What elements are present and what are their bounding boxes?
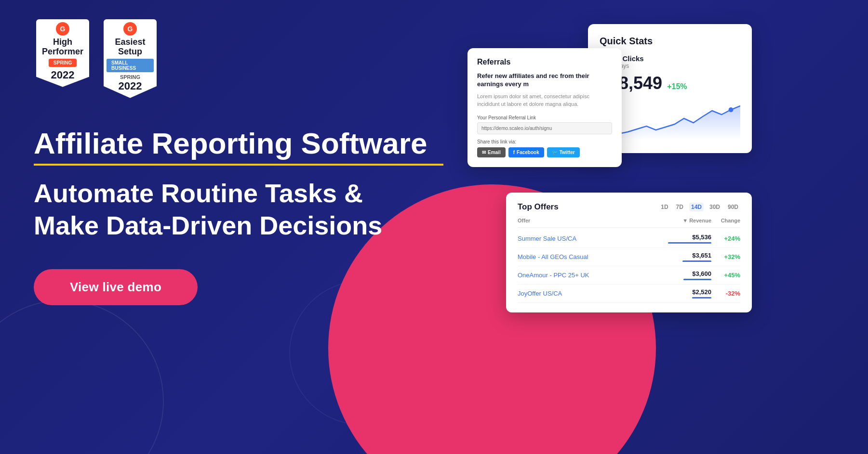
badge-tag-small-business: Small Business <box>107 59 154 72</box>
change-value: +32% <box>711 253 740 260</box>
badge-year-1: 2022 <box>51 69 75 81</box>
badge-title-2: EasiestSetup <box>115 38 145 57</box>
email-icon: ✉ <box>482 150 486 155</box>
share-email-button[interactable]: ✉ Email <box>477 147 506 157</box>
share-email-label: Email <box>488 150 501 155</box>
easiest-setup-badge: G EasiestSetup Small Business SPRING 202… <box>101 19 159 98</box>
referral-link-box: https://demo.scaleo.io/auth/signu <box>477 122 612 134</box>
tab-14d[interactable]: 14D <box>689 203 704 211</box>
offer-name: Summer Sale US/CA <box>518 235 654 242</box>
col-revenue-label: ▼ Revenue <box>654 218 711 223</box>
top-offers-tabs: 1D 7D 14D 30D 90D <box>659 203 740 211</box>
offer-name: Mobile - All GEOs Casual <box>518 253 654 260</box>
table-row: Mobile - All GEOs Casual $3,651 +32% <box>518 248 740 266</box>
change-value: +45% <box>711 272 740 279</box>
badge-year-2: 2022 <box>119 80 142 92</box>
referral-link-label: Your Personal Referral Link <box>477 115 612 120</box>
subheadline: Automate Routine Tasks & Make Data-Drive… <box>34 177 434 242</box>
table-row: OneAmour - PPC 25+ UK $3,600 +45% <box>518 266 740 285</box>
col-change-label: Change <box>711 218 740 223</box>
revenue-value: $2,520 <box>692 288 711 296</box>
subheadline-line2: Make Data-Driven Decisions <box>34 211 382 240</box>
top-offers-title: Top Offers <box>518 202 559 212</box>
badge-tag-spring-1: SPRING <box>49 59 77 67</box>
share-facebook-label: Facebook <box>517 150 539 155</box>
right-section: Referrals Refer new affiliates and rec f… <box>463 0 868 454</box>
referrals-card-title: Referrals <box>477 58 612 66</box>
g2-logo-2: G <box>123 22 137 36</box>
revenue-value: $5,536 <box>692 233 711 241</box>
offer-name: JoyOffer US/CA <box>518 290 654 297</box>
twitter-icon: 🐦 <box>552 150 558 155</box>
table-row: Summer Sale US/CA $5,536 +24% <box>518 230 740 248</box>
col-offer-label: Offer <box>518 218 654 223</box>
cta-button[interactable]: View live demo <box>34 269 198 305</box>
qs-change: +15% <box>667 82 687 91</box>
referrals-card-subtitle: Refer new affiliates and rec from their … <box>477 72 612 89</box>
table-row: JoyOffer US/CA $2,520 -32% <box>518 285 740 303</box>
change-value: -32% <box>711 290 740 297</box>
left-section: G HighPerformer SPRING 2022 G EasiestSet… <box>0 0 463 334</box>
revenue-bar <box>692 297 711 298</box>
content-wrapper: G HighPerformer SPRING 2022 G EasiestSet… <box>0 0 868 454</box>
tab-1d[interactable]: 1D <box>659 203 670 211</box>
revenue-wrapper: $3,600 <box>654 270 711 280</box>
share-buttons: ✉ Email f Facebook 🐦 Twitter <box>477 147 612 157</box>
offer-name: OneAmour - PPC 25+ UK <box>518 272 654 279</box>
badge-title-1: HighPerformer <box>42 38 83 57</box>
revenue-bar <box>668 242 711 244</box>
share-label: Share this link via: <box>477 139 612 144</box>
revenue-bar <box>683 279 711 280</box>
revenue-bar <box>682 260 711 262</box>
badge-shape-2: G EasiestSetup Small Business SPRING 202… <box>104 19 157 98</box>
share-twitter-button[interactable]: 🐦 Twitter <box>547 147 580 157</box>
referrals-card-body: Lorem ipsum dolor sit amet, consectetur … <box>477 92 612 108</box>
share-twitter-label: Twitter <box>560 150 575 155</box>
facebook-icon: f <box>513 150 515 155</box>
subheadline-line1: Automate Routine Tasks & <box>34 179 363 208</box>
change-value: +24% <box>711 235 740 242</box>
revenue-value: $3,651 <box>692 252 711 259</box>
tab-90d[interactable]: 90D <box>726 203 740 211</box>
revenue-value: $3,600 <box>692 270 711 277</box>
main-headline: Affiliate Reporting Software <box>34 127 434 160</box>
headline-underline <box>34 164 443 166</box>
high-performer-badge: G HighPerformer SPRING 2022 <box>34 19 92 87</box>
badge-shape-1: G HighPerformer SPRING 2022 <box>36 19 89 87</box>
tab-30d[interactable]: 30D <box>708 203 722 211</box>
revenue-wrapper: $2,520 <box>654 288 711 298</box>
referrals-card: Referrals Refer new affiliates and rec f… <box>467 48 622 167</box>
revenue-wrapper: $3,651 <box>654 252 711 262</box>
chart-dot <box>729 107 734 112</box>
top-offers-table-header: Offer ▼ Revenue Change <box>518 218 740 228</box>
g2-letter-1: G <box>60 26 66 32</box>
top-offers-header: Top Offers 1D 7D 14D 30D 90D <box>518 202 740 212</box>
quick-stats-title: Quick Stats <box>600 36 740 47</box>
g2-logo-1: G <box>56 22 69 36</box>
badge-season-2: SPRING <box>120 74 140 80</box>
share-facebook-button[interactable]: f Facebook <box>508 147 544 157</box>
revenue-wrapper: $5,536 <box>654 233 711 244</box>
g2-letter-2: G <box>128 26 133 32</box>
badges-row: G HighPerformer SPRING 2022 G EasiestSet… <box>34 19 434 98</box>
top-offers-card: Top Offers 1D 7D 14D 30D 90D Offer ▼ Rev… <box>506 193 752 312</box>
tab-7d[interactable]: 7D <box>674 203 685 211</box>
